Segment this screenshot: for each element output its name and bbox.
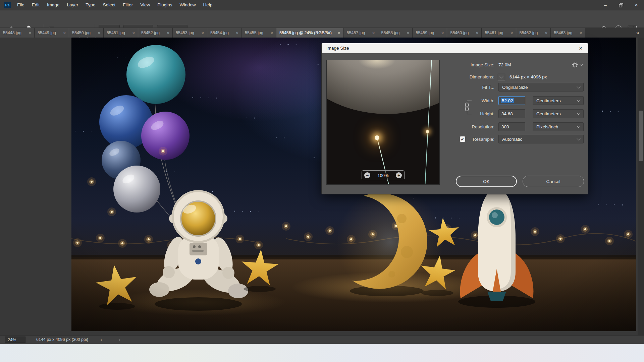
preview-zoom-value: 100% bbox=[377, 173, 388, 178]
tab-55459[interactable]: 55459.jpg× bbox=[413, 28, 447, 38]
tab-close-icon[interactable]: × bbox=[236, 31, 238, 36]
resample-select[interactable]: Automatic bbox=[498, 135, 584, 143]
preview-light bbox=[375, 135, 379, 140]
tab-close-icon[interactable]: × bbox=[338, 31, 340, 36]
preview-zoom-control: − 100% + bbox=[362, 170, 405, 180]
width-label: Width: bbox=[452, 98, 494, 103]
image-preview[interactable]: − 100% + bbox=[326, 60, 440, 185]
tab-55462[interactable]: 55462.jpg× bbox=[516, 28, 551, 38]
tab-55460[interactable]: 55460.jpg× bbox=[447, 28, 482, 38]
resample-label: Resample: bbox=[469, 137, 494, 142]
dimensions-label: Dimensions: bbox=[452, 74, 494, 79]
restore-button[interactable] bbox=[613, 0, 629, 10]
zoom-in-button[interactable]: + bbox=[396, 172, 402, 178]
menu-image[interactable]: Image bbox=[43, 0, 63, 10]
vertical-scrollbar-thumb[interactable] bbox=[639, 111, 643, 161]
status-zoom-field[interactable]: 24% bbox=[5, 337, 25, 343]
dimensions-value: 6144 px × 4096 px bbox=[509, 74, 547, 79]
tab-55461[interactable]: 55461.jpg× bbox=[482, 28, 516, 38]
minimize-button[interactable]: – bbox=[598, 0, 613, 10]
tab-close-icon[interactable]: × bbox=[29, 31, 31, 36]
tab-55458[interactable]: 55458.jpg× bbox=[378, 28, 413, 38]
menu-filter[interactable]: Filter bbox=[119, 0, 137, 10]
tab-55452[interactable]: 55452.jpg× bbox=[138, 28, 173, 38]
width-unit-select[interactable]: Centimeters bbox=[533, 96, 584, 105]
tab-close-icon[interactable]: × bbox=[167, 31, 169, 36]
menu-edit[interactable]: Edit bbox=[28, 0, 43, 10]
gear-dropdown-icon[interactable] bbox=[579, 62, 583, 66]
close-window-button[interactable]: × bbox=[629, 0, 644, 10]
image-size-dialog: Image Size × − 100% + Image Size: 72.0M … bbox=[321, 43, 588, 194]
cancel-button[interactable]: Cancel bbox=[523, 176, 584, 187]
tab-55449[interactable]: 55449.jpg× bbox=[35, 28, 69, 38]
status-popup-icon[interactable]: › bbox=[101, 336, 102, 344]
dialog-close-icon[interactable]: × bbox=[577, 43, 585, 53]
tab-close-icon[interactable]: × bbox=[98, 31, 100, 36]
resample-checkbox[interactable]: ✓ bbox=[460, 136, 465, 142]
document-tab-bar: 55448.jpg× 55449.jpg× 55450.jpg× 55451.j… bbox=[0, 27, 644, 38]
tab-close-icon[interactable]: × bbox=[63, 31, 66, 36]
tab-close-icon[interactable]: × bbox=[545, 31, 548, 36]
image-size-label: Image Size: bbox=[452, 62, 494, 67]
resolution-input[interactable]: 300 bbox=[498, 122, 525, 131]
status-bar: 24% 6144 px x 4096 px (300 ppi) › ‹ bbox=[0, 335, 644, 344]
tab-close-icon[interactable]: × bbox=[580, 31, 582, 36]
restore-icon bbox=[618, 2, 624, 8]
tab-55456-active[interactable]: 55456.jpg @ 24% (RGB/8#)× bbox=[276, 28, 343, 38]
taskbar: Search Ps ENG bbox=[0, 344, 644, 362]
tab-close-icon[interactable]: × bbox=[201, 31, 204, 36]
tab-close-icon[interactable]: × bbox=[511, 31, 513, 36]
menu-view[interactable]: View bbox=[137, 0, 154, 10]
resolution-unit-select[interactable]: Pixels/Inch bbox=[533, 122, 584, 131]
menu-type[interactable]: Type bbox=[82, 0, 99, 10]
fit-to-label: Fit T... bbox=[452, 85, 494, 90]
tab-55457[interactable]: 55457.jpg× bbox=[343, 28, 378, 38]
menu-file[interactable]: File bbox=[13, 0, 28, 10]
tab-55454[interactable]: 55454.jpg× bbox=[207, 28, 242, 38]
menu-window[interactable]: Window bbox=[176, 0, 199, 10]
ok-button[interactable]: OK bbox=[456, 176, 517, 187]
menu-plugins[interactable]: Plugins bbox=[154, 0, 176, 10]
preview-light bbox=[426, 130, 429, 133]
fit-to-select[interactable]: Original Size bbox=[498, 83, 584, 92]
dialog-title[interactable]: Image Size bbox=[322, 43, 588, 53]
height-unit-select[interactable]: Centimeters bbox=[533, 109, 584, 118]
zoom-out-button[interactable]: − bbox=[364, 172, 370, 178]
height-input[interactable]: 34.68 bbox=[498, 109, 525, 118]
tab-close-icon[interactable]: × bbox=[132, 31, 135, 36]
tab-55451[interactable]: 55451.jpg× bbox=[104, 28, 138, 38]
image-size-value: 72.0M bbox=[498, 62, 511, 67]
tab-overflow-icon[interactable]: » bbox=[636, 28, 639, 38]
document-info: 6144 px x 4096 px (300 ppi) bbox=[36, 336, 88, 344]
menu-bar: Ps File Edit Image Layer Type Select Fil… bbox=[0, 0, 644, 10]
menu-help[interactable]: Help bbox=[199, 0, 216, 10]
vertical-scrollbar[interactable] bbox=[638, 38, 644, 335]
height-label: Height: bbox=[452, 111, 494, 116]
dimensions-unit-dropdown[interactable] bbox=[498, 74, 505, 80]
tab-55453[interactable]: 55453.jpg× bbox=[173, 28, 207, 38]
tab-close-icon[interactable]: × bbox=[372, 31, 375, 36]
tab-55448[interactable]: 55448.jpg× bbox=[0, 28, 35, 38]
gear-icon[interactable] bbox=[572, 61, 578, 68]
menu-select[interactable]: Select bbox=[99, 0, 119, 10]
resolution-label: Resolution: bbox=[452, 124, 494, 129]
options-bar: Scroll All Windows 100% Fit Screen Fill … bbox=[0, 10, 644, 27]
tab-55450[interactable]: 55450.jpg× bbox=[69, 28, 104, 38]
tab-55463[interactable]: 55463.jpg× bbox=[551, 28, 585, 38]
menu-layer[interactable]: Layer bbox=[63, 0, 82, 10]
tab-close-icon[interactable]: × bbox=[441, 31, 444, 36]
window-controls: – × bbox=[598, 0, 644, 10]
scroll-left-icon[interactable]: ‹ bbox=[119, 336, 120, 344]
tab-close-icon[interactable]: × bbox=[270, 31, 273, 36]
width-input[interactable]: 52.02 bbox=[498, 96, 525, 105]
tab-55455[interactable]: 55455.jpg× bbox=[242, 28, 276, 38]
tab-close-icon[interactable]: × bbox=[476, 31, 479, 36]
tab-close-icon[interactable]: × bbox=[407, 31, 410, 36]
link-icon[interactable] bbox=[464, 102, 470, 112]
photoshop-logo-icon: Ps bbox=[4, 2, 11, 8]
